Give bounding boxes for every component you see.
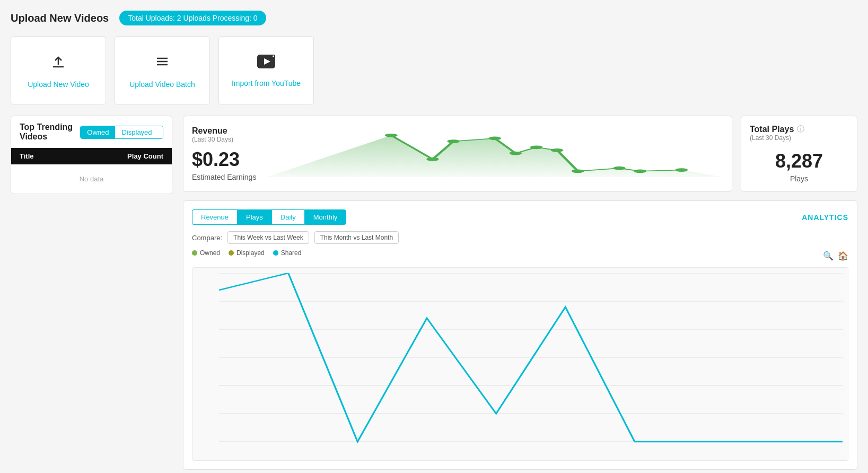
legend-row: Owned Displayed Shared [192, 249, 301, 257]
analytics-label: ANALYTICS [802, 213, 848, 222]
filter-tabs: Owned Displayed Shared [80, 126, 163, 139]
upload-icon [50, 53, 67, 74]
info-icon: ⓘ [797, 125, 804, 134]
revenue-description: Estimated Earnings [192, 173, 256, 181]
import-youtube-label: Import from YouTube [232, 79, 301, 87]
legend-displayed-label: Displayed [236, 249, 265, 257]
right-panel: Revenue (Last 30 Days) $0.23 Estimated E… [183, 116, 857, 470]
chart-svg: 0.03 0.02 0.02 0.01 0.01 0 [219, 273, 843, 443]
legend-displayed: Displayed [229, 249, 265, 257]
revenue-card: Revenue (Last 30 Days) $0.23 Estimated E… [183, 116, 732, 192]
svg-point-10 [385, 133, 397, 137]
stats-row: Revenue (Last 30 Days) $0.23 Estimated E… [183, 116, 857, 192]
header-row: Upload New Videos Total Uploads: 2 Uploa… [11, 11, 857, 25]
svg-point-15 [530, 145, 542, 149]
youtube-icon [257, 54, 276, 73]
analytics-tabs: Revenue Plays Daily Monthly [192, 209, 346, 225]
svg-point-13 [489, 136, 501, 140]
legend-displayed-dot [229, 250, 234, 256]
revenue-mini-chart [267, 129, 723, 179]
upload-new-label: Upload New Video [28, 80, 89, 89]
batch-icon [154, 53, 171, 74]
revenue-value: $0.23 [192, 148, 256, 171]
tab-monthly[interactable]: Monthly [304, 209, 347, 225]
table-header: Title Play Count [11, 148, 172, 164]
svg-point-20 [676, 168, 688, 172]
upload-batch-label: Upload Video Batch [129, 80, 195, 89]
tab-revenue[interactable]: Revenue [192, 209, 237, 225]
legend-shared-dot [273, 250, 278, 256]
table-body: No data [11, 164, 172, 194]
svg-point-19 [634, 169, 646, 173]
legend-owned-dot [192, 250, 197, 256]
trending-header: Top Trending Videos Owned Displayed Shar… [11, 116, 172, 148]
compare-month[interactable]: This Month vs Last Month [314, 231, 399, 244]
legend-shared: Shared [273, 249, 302, 257]
total-plays-card: Total Plays ⓘ (Last 30 Days) 8,287 Plays [741, 116, 857, 192]
analytics-card: Revenue Plays Daily Monthly ANALYTICS Co… [183, 200, 857, 470]
svg-point-12 [448, 139, 460, 143]
upload-batch-card[interactable]: Upload Video Batch [115, 36, 210, 105]
no-data-message: No data [11, 164, 172, 194]
zoom-icon[interactable]: 🔍 [823, 251, 834, 261]
col-title-header: Title [20, 152, 110, 160]
tab-plays[interactable]: Plays [237, 209, 271, 225]
total-plays-subtitle: (Last 30 Days) [750, 134, 791, 142]
legend-bar: Owned Displayed Shared 🔍 🏠 [192, 249, 848, 262]
legend-owned-label: Owned [200, 249, 220, 257]
svg-point-11 [427, 157, 439, 161]
compare-row: Compare: This Week vs Last Week This Mon… [192, 231, 848, 244]
svg-point-17 [572, 169, 584, 173]
import-youtube-card[interactable]: Import from YouTube [218, 36, 314, 105]
analytics-chart: 0.03 0.02 0.02 0.01 0.01 0 [192, 267, 848, 461]
trending-title: Top Trending Videos [20, 122, 80, 142]
col-plays-header: Play Count [110, 152, 163, 160]
revenue-subtitle: (Last 30 Days) [192, 136, 256, 143]
compare-label: Compare: [192, 234, 222, 242]
legend-shared-label: Shared [281, 249, 302, 257]
upload-new-video-card[interactable]: Upload New Video [11, 36, 106, 105]
legend-owned: Owned [192, 249, 220, 257]
total-plays-number: 8,287 [750, 150, 848, 172]
page-title: Upload New Videos [11, 12, 109, 24]
upload-cards-row: Upload New Video Upload Video Batch [11, 36, 857, 105]
svg-point-16 [551, 148, 563, 152]
compare-week[interactable]: This Week vs Last Week [227, 231, 309, 244]
revenue-title: Revenue [192, 126, 256, 136]
tab-daily[interactable]: Daily [271, 209, 304, 225]
filter-owned[interactable]: Owned [81, 126, 115, 138]
svg-point-14 [510, 151, 522, 155]
filter-displayed[interactable]: Displayed [115, 126, 158, 138]
total-plays-title: Total Plays [750, 125, 794, 134]
trending-card: Top Trending Videos Owned Displayed Shar… [11, 116, 172, 194]
total-plays-label: Plays [750, 174, 848, 183]
chart-icon-group: 🔍 🏠 [823, 251, 848, 261]
home-icon[interactable]: 🏠 [838, 251, 848, 261]
revenue-text: Revenue (Last 30 Days) $0.23 Estimated E… [192, 126, 256, 181]
uploads-badge: Total Uploads: 2 Uploads Processing: 0 [119, 11, 266, 25]
svg-point-18 [613, 166, 626, 170]
filter-shared[interactable]: Shared [159, 126, 163, 138]
analytics-top-bar: Revenue Plays Daily Monthly ANALYTICS [192, 209, 848, 225]
page: Upload New Videos Total Uploads: 2 Uploa… [0, 0, 868, 473]
